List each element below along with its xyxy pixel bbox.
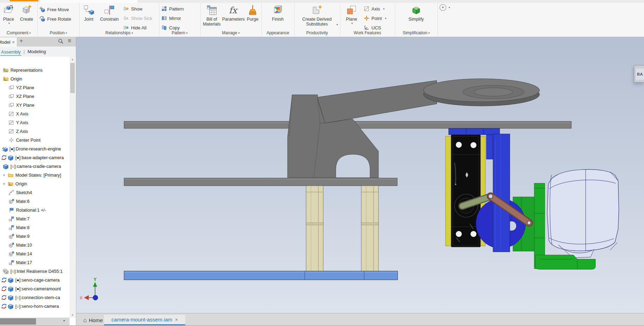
browser-vertical-scrollbar[interactable]: ▴ ▾: [70, 57, 75, 318]
mirror-button[interactable]: Mirror: [161, 14, 181, 23]
joint-button[interactable]: Joint: [80, 3, 97, 32]
tree-item-servo-horn[interactable]: [○]:servo-horn-camera: [0, 302, 70, 311]
tree-item-servo-cage[interactable]: [●]:servo-cage-camera: [0, 276, 70, 284]
expand-toggle[interactable]: +: [3, 173, 8, 178]
tree-item-mate-7[interactable]: Mate:7: [0, 214, 77, 223]
middle-plate[interactable]: [124, 178, 397, 186]
browser-horizontal-scrollbar[interactable]: ▸: [0, 318, 70, 325]
dropdown-arrow-icon: ▾: [351, 22, 353, 25]
create-button[interactable]: Create: [17, 3, 36, 32]
tab-assembly[interactable]: Assembly: [0, 48, 21, 56]
flexible-component-icon: [2, 146, 8, 152]
support-post-left[interactable]: [306, 186, 323, 277]
panel-label-simplification[interactable]: Simplification▾: [395, 30, 437, 36]
free-move-icon: [39, 7, 45, 12]
tree-item-connection-stem[interactable]: [○]:connection-stem-ca: [0, 293, 70, 302]
tree-item-xz-plane[interactable]: XZ Plane: [0, 92, 77, 101]
tree-item-servo-cameramount[interactable]: [●]:servo-cameramount: [0, 284, 70, 293]
parameters-button[interactable]: Parameters: [222, 3, 245, 32]
tree-item-origin[interactable]: Origin: [0, 75, 72, 83]
bill-of-materials-button[interactable]: Bill of Materials: [201, 3, 223, 32]
tree-item-base-adapter[interactable]: [●]:base-adapter-camera: [0, 153, 70, 162]
tab-home[interactable]: ⌂ Home: [79, 315, 107, 326]
tree-item-mate-8[interactable]: Mate:8: [0, 223, 77, 232]
place-icon: [3, 5, 14, 16]
viewcube-back-face[interactable]: BA: [634, 65, 644, 83]
axis-button[interactable]: Axis ▾: [364, 4, 385, 13]
tree-item-mate-14[interactable]: Mate:14: [0, 249, 77, 258]
pan-bracket-top[interactable]: [449, 128, 500, 135]
svg-text:Y: Y: [94, 277, 97, 282]
scroll-down-icon[interactable]: ▾: [70, 312, 75, 318]
show-sick-button[interactable]: Show Sick: [123, 14, 152, 23]
base-plate[interactable]: [124, 271, 398, 280]
tree-item-model-states[interactable]: +Model States: [Primary]: [0, 171, 72, 179]
purge-button[interactable]: Purge: [245, 3, 260, 32]
panel-label-work-features[interactable]: Work Features: [340, 30, 395, 36]
tree-item-intel-realsense[interactable]: [○]:Intel Realsense D455:1: [0, 267, 72, 276]
panel-label-pattern[interactable]: Pattern▾: [159, 30, 200, 36]
pattern-button[interactable]: Pattern: [161, 4, 184, 13]
simplify-button[interactable]: Simplify: [401, 3, 431, 32]
panel-label-component[interactable]: Component▾: [0, 30, 37, 36]
chevron-down-icon: ▾: [385, 17, 386, 20]
camera-body[interactable]: [547, 169, 619, 258]
viewport-3d-canvas[interactable]: Y X: [76, 37, 644, 313]
update-sync-icon: [1, 155, 7, 161]
panel-label-productivity[interactable]: Productivity: [294, 30, 340, 36]
tab-active-document[interactable]: camera-mount-assem.iam ×: [104, 315, 185, 325]
scroll-right-icon[interactable]: ▸: [64, 319, 65, 322]
tree-item-mate-17[interactable]: Mate:17: [0, 258, 77, 267]
plane-button[interactable]: Plane ▾: [341, 3, 362, 32]
support-post-right[interactable]: [361, 186, 378, 277]
tab-modeling[interactable]: Modeling: [27, 48, 47, 56]
update-sync-icon: [1, 295, 7, 300]
panel-label-position[interactable]: Position▾: [37, 30, 79, 36]
tree-item-drone-research-engine[interactable]: [●]:Drone-research-engine: [0, 144, 71, 153]
panel-label-manage[interactable]: Manage▾: [200, 30, 261, 36]
tree-item-y-axis[interactable]: Y Axis: [0, 118, 77, 127]
servo-motor[interactable]: [451, 135, 480, 247]
finish-button[interactable]: Finish: [266, 3, 290, 32]
tree-item-rotational-1[interactable]: Rotational:1 +/-: [0, 206, 77, 214]
create-derived-substitutes-button[interactable]: Create Derived Substitutes: [297, 3, 337, 32]
close-icon[interactable]: ×: [175, 317, 178, 323]
tree-item-sketch4[interactable]: Sketch4: [0, 188, 77, 197]
panel-label-appearance[interactable]: Appearance: [261, 30, 294, 36]
hamburger-menu-icon[interactable]: ≡: [68, 37, 71, 44]
point-button[interactable]: Point ▾: [364, 14, 386, 23]
search-icon[interactable]: [58, 38, 64, 44]
tree-item-center-point[interactable]: Center Point: [0, 136, 77, 144]
place-button[interactable]: Place ▾: [0, 3, 17, 32]
tree-item-x-axis[interactable]: X Axis: [0, 109, 77, 118]
component-cube-icon: [8, 155, 14, 161]
constrain-button[interactable]: Constrain: [98, 3, 121, 32]
tree-item-z-axis[interactable]: Z Axis: [0, 127, 77, 136]
ribbon-panel-component: Place ▾ Create Component▾: [0, 3, 38, 36]
tree-item-origin-2[interactable]: +Origin: [0, 179, 72, 188]
scroll-up-icon[interactable]: ▴: [70, 57, 75, 62]
dropdown-arrow-icon[interactable]: ▾: [337, 23, 338, 26]
show-button[interactable]: Show: [123, 4, 143, 13]
tree-item-mate-6[interactable]: Mate:6: [0, 197, 77, 206]
chevron-down-icon: ▾: [132, 31, 133, 35]
free-rotate-button[interactable]: Free Rotate: [39, 14, 71, 23]
tree-item-yz-plane[interactable]: YZ Plane: [0, 83, 77, 92]
tree-item-xy-plane[interactable]: XY Plane: [0, 101, 77, 109]
close-icon[interactable]: ×: [12, 40, 15, 45]
ribbon-panel-position: Free Move Free Rotate Position▾: [37, 3, 80, 36]
model-browser-tab[interactable]: Model ×: [0, 37, 17, 47]
bill-of-materials-icon: [206, 5, 217, 16]
expand-toggle[interactable]: +: [3, 182, 8, 186]
scrollbar-thumb[interactable]: [0, 318, 36, 325]
add-tab-button[interactable]: +: [20, 38, 23, 44]
tree-item-mate-9[interactable]: Mate:9: [0, 232, 77, 241]
tree-item-mate-10[interactable]: Mate:10: [0, 241, 77, 249]
panel-label-relationships[interactable]: Relationships▾: [79, 30, 159, 36]
tree-item-camera-cradle[interactable]: [○]:camera-cradle-camera: [0, 162, 72, 171]
chevron-down-icon: ▾: [29, 31, 31, 35]
tree-item-representations[interactable]: Representations: [0, 66, 72, 75]
ribbon-display-options-button[interactable]: ▼ ▾: [440, 3, 456, 11]
free-move-button[interactable]: Free Move: [39, 5, 69, 14]
scrollbar-thumb[interactable]: [70, 63, 75, 93]
